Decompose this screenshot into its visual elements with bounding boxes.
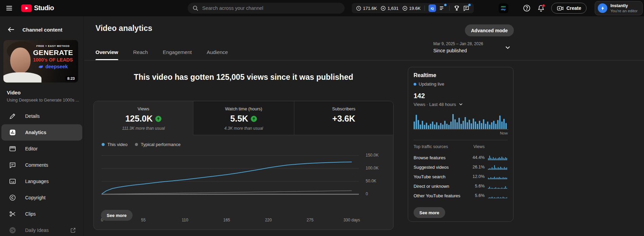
sidebar-item-editor[interactable]: Editor (1, 141, 82, 157)
menu-icon[interactable] (5, 4, 13, 12)
create-button[interactable]: Create (551, 3, 587, 14)
tab-audience[interactable]: Audience (207, 49, 228, 60)
see-more-button[interactable]: See more (101, 210, 133, 221)
channel-stat-clock[interactable]: 171.6K (356, 5, 377, 11)
sidebar-item-copyright[interactable]: Copyright (1, 189, 82, 206)
youtube-studio-logo[interactable]: Studio (21, 4, 54, 12)
sidebar-item-label: Daily Ideas (25, 228, 49, 233)
views-icon (402, 5, 408, 11)
traffic-source-row-youtube-search[interactable]: YouTube search12.0% (414, 172, 508, 181)
views-line-chart[interactable] (102, 149, 359, 196)
traffic-source-row-browse-features[interactable]: Browse features44.4% (414, 153, 508, 162)
legend-item-typical-performance[interactable]: Typical performance (135, 142, 180, 147)
sidebar-item-clips[interactable]: Clips (1, 206, 82, 222)
copyright-icon (9, 194, 16, 201)
partner-title: Instantly (610, 3, 638, 8)
chart-legend: This videoTypical performance (102, 142, 180, 147)
video-thumbnail[interactable]: FREE + EASY METHOD GENERATE 1000's OF LE… (3, 40, 78, 83)
metric-subtitle: 4.3K more than usual (193, 126, 294, 131)
studio-logo-text: Studio (34, 4, 54, 12)
x-axis-tick: 330 days (344, 218, 360, 222)
traffic-source-value: 12.0% (469, 174, 485, 179)
metric-value: +3.6K (332, 114, 355, 124)
traffic-source-row-suggested-videos[interactable]: Suggested videos26.1% (414, 162, 508, 172)
stat-value: 19.6K (409, 6, 421, 11)
traffic-source-value: 44.4% (469, 155, 485, 160)
views-chart-area: This videoTypical performance 150.0K100.… (94, 135, 393, 230)
views-column-header: Views (473, 144, 485, 149)
traffic-source-value: 26.1% (469, 165, 485, 169)
bell-icon[interactable] (537, 4, 545, 12)
realtime-metric-selector[interactable]: Views · Last 48 hours (414, 102, 464, 107)
metric-tabs-row: Views125.0K111.3K more than usualWatch t… (94, 101, 393, 135)
overview-metrics-card: Views125.0K111.3K more than usualWatch t… (93, 101, 394, 230)
create-button-label: Create (567, 5, 581, 11)
sidebar-item-label: Comments (25, 162, 48, 168)
daily-ideas-icon (9, 226, 16, 234)
traffic-source-sparkline (488, 174, 508, 179)
instantly-editor-badge[interactable]: Instantly You're an editor (595, 1, 643, 15)
pencil-icon (9, 112, 16, 120)
search-input[interactable] (202, 5, 340, 11)
metric-card-subscribers[interactable]: Subscribers+3.6K (294, 101, 393, 135)
video-section-label: Video (7, 90, 21, 95)
sidebar-item-comments[interactable]: Comments (1, 157, 82, 173)
main-content: Video analytics Advanced mode OverviewRe… (84, 16, 644, 236)
search-icon (192, 5, 199, 12)
metric-card-views[interactable]: Views125.0K111.3K more than usual (94, 101, 193, 135)
traffic-source-row-direct-or-unknown[interactable]: Direct or unknown5.6% (414, 181, 508, 191)
sidebar-item-details[interactable]: Details (1, 108, 82, 124)
sidebar-item-analytics[interactable]: Analytics (1, 124, 82, 141)
help-icon[interactable] (523, 4, 531, 12)
divider (424, 5, 425, 11)
traffic-source-sparkline (488, 193, 508, 198)
metric-label: Subscribers (294, 106, 393, 111)
channel-stat-views[interactable]: 19.6K (402, 5, 421, 11)
svg-text:IQ: IQ (431, 7, 434, 10)
tab-engagement[interactable]: Engagement (163, 49, 192, 60)
channel-stat-impressions[interactable]: 1,631 (380, 5, 399, 11)
impressions-icon (380, 5, 386, 11)
trophy-icon[interactable] (453, 5, 460, 12)
studio-iq-icon[interactable]: IQ (429, 4, 436, 12)
trend-up-icon (155, 116, 161, 122)
notification-dot (468, 4, 471, 6)
metric-label: Watch time (hours) (193, 106, 294, 111)
y-axis-tick: 50.0K (366, 179, 376, 183)
x-axis-tick: 165 (223, 218, 230, 222)
metric-value: 125.0K (125, 114, 153, 124)
tab-overview[interactable]: Overview (95, 49, 118, 60)
sidebar-item-languages[interactable]: Languages (1, 173, 82, 189)
legend-dot (102, 143, 105, 146)
metric-value: 5.5K (230, 114, 248, 124)
feedback-icon[interactable] (463, 5, 470, 12)
realtime-see-more-button[interactable]: See more (414, 207, 445, 218)
clock-icon (356, 5, 362, 11)
series-typical-performance (102, 191, 352, 194)
sidebar-item-label: Analytics (25, 130, 46, 135)
realtime-bar-chart (414, 113, 508, 130)
sidebar-item-label: Editor (25, 146, 38, 151)
traffic-source-row-other-youtube-features[interactable]: Other YouTube features5.6% (414, 191, 508, 200)
advanced-mode-button[interactable]: Advanced mode (465, 24, 514, 36)
back-arrow-icon[interactable] (7, 26, 15, 33)
back-label: Channel content (22, 27, 63, 33)
playlist-icon[interactable] (439, 5, 446, 12)
realtime-title: Realtime (414, 72, 436, 78)
avatar[interactable]: nexday (499, 3, 508, 13)
topbar: Studio 171.6K1,63119.6K IQ nexday (0, 0, 644, 16)
x-axis-tick: 220 (265, 218, 272, 222)
traffic-source-label: Suggested videos (414, 165, 469, 170)
editor-icon (9, 145, 16, 152)
date-range-picker[interactable]: Mar 9, 2025 – Jan 28, 2026 Since publish… (433, 41, 511, 53)
clips-icon (9, 210, 16, 218)
tab-reach[interactable]: Reach (133, 49, 148, 60)
sidebar-item-daily-ideas[interactable]: Daily Ideas (1, 222, 82, 236)
legend-item-this-video[interactable]: This video (102, 142, 127, 147)
chevron-down-icon (504, 44, 511, 51)
metric-card-watch-time-hours[interactable]: Watch time (hours)5.5K4.3K more than usu… (193, 101, 294, 135)
date-range-text: Mar 9, 2025 – Jan 28, 2026 (433, 41, 483, 46)
date-mode-text: Since published (433, 48, 483, 53)
search-bar[interactable] (188, 3, 345, 14)
y-axis-tick: 150.0K (366, 153, 379, 158)
